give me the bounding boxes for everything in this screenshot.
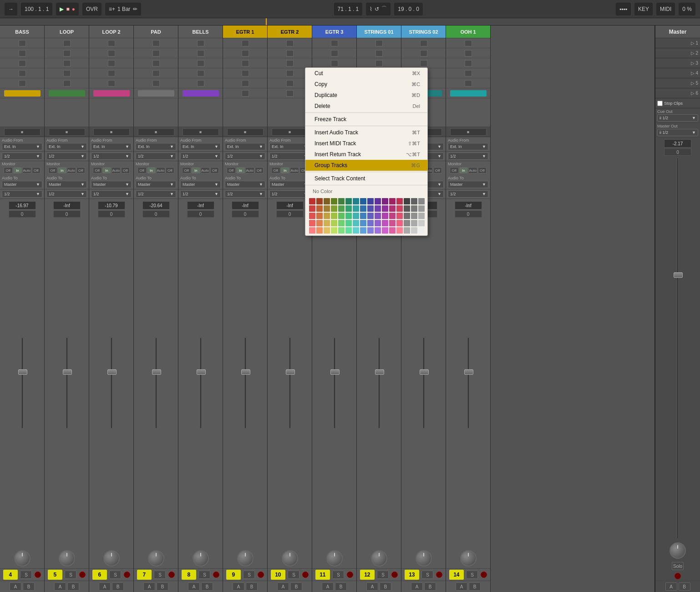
clip-slot-bass-0[interactable] — [0, 38, 44, 48]
clip-slot-strings02-1[interactable] — [401, 48, 446, 58]
routing-to-sub-select-loop[interactable]: 1/2 ▼ — [46, 190, 87, 198]
color-swatch-46[interactable] — [411, 213, 417, 219]
color-swatch-3[interactable] — [331, 198, 337, 204]
color-swatch-15[interactable] — [418, 198, 425, 204]
clip-slot-bells-5[interactable] — [178, 88, 223, 98]
arm-btn-bells[interactable] — [213, 572, 219, 578]
routing-to-sub-select-bass[interactable]: 1/2 ▼ — [2, 190, 42, 198]
color-swatch-51[interactable] — [331, 220, 337, 226]
menu-item-delete[interactable]: Delete Del — [305, 101, 427, 112]
ovr-btn[interactable]: OVR — [82, 3, 101, 15]
color-swatch-39[interactable] — [360, 213, 366, 219]
audio-from-select-bells[interactable]: Ext. In ▼ — [180, 143, 221, 150]
color-swatch-32[interactable] — [309, 213, 315, 219]
color-swatch-43[interactable] — [389, 213, 396, 219]
monitor-off2-btn-strings02[interactable]: Off — [433, 167, 442, 174]
monitor-off-btn-ooh1[interactable]: Off — [450, 167, 459, 174]
channel-header-strings02[interactable]: STRINGS 02 — [401, 26, 446, 38]
master-cue-out-select[interactable]: ii 1/2 ▼ — [657, 114, 698, 122]
pan-knob-bass[interactable] — [14, 550, 30, 566]
clip-slot-loop2-2[interactable] — [89, 58, 133, 68]
color-swatch-71[interactable] — [360, 227, 366, 234]
color-swatch-34[interactable] — [324, 213, 330, 219]
menu-item-insert_midi[interactable]: Insert MIDI Track ⇧⌘T — [305, 138, 427, 149]
routing-to-sub-select-egtr1[interactable]: 1/2 ▼ — [225, 190, 265, 198]
routing-to-sub-select-bells[interactable]: 1/2 ▼ — [180, 190, 221, 198]
clip-slot-egtr1-4[interactable] — [223, 78, 267, 88]
stop-clips-btn-egtr1[interactable]: ■ — [227, 128, 264, 136]
arm-btn-loop2[interactable] — [124, 572, 130, 578]
color-swatch-6[interactable] — [353, 198, 359, 204]
color-swatch-64[interactable] — [309, 227, 315, 234]
a-btn-ooh1[interactable]: A — [456, 582, 467, 591]
monitor-in-btn-egtr1[interactable]: In — [236, 167, 245, 174]
clip-slot-loop-2[interactable] — [45, 58, 89, 68]
fader-handle-pad[interactable] — [152, 369, 161, 375]
pan-knob-loop2[interactable] — [103, 550, 120, 566]
color-swatch-41[interactable] — [375, 213, 381, 219]
color-swatch-58[interactable] — [382, 220, 388, 226]
routing-to-sub-select-loop2[interactable]: 1/2 ▼ — [91, 190, 132, 198]
solo-btn-strings02[interactable]: S — [421, 571, 433, 579]
color-swatch-5[interactable] — [345, 198, 352, 204]
solo-btn-bass[interactable]: S — [20, 571, 32, 579]
b-btn-strings02[interactable]: B — [424, 582, 436, 591]
solo-btn-loop2[interactable]: S — [109, 571, 121, 579]
stop-clips-row-egtr1[interactable]: ■ — [223, 127, 267, 137]
clip-slot-egtr1-3[interactable] — [223, 68, 267, 78]
color-swatch-30[interactable] — [411, 205, 417, 212]
stop-clips-btn-loop2[interactable]: ■ — [93, 128, 130, 136]
monitor-in-btn-ooh1[interactable]: In — [459, 167, 468, 174]
fader-track-egtr3[interactable] — [334, 337, 335, 429]
arm-btn-pad[interactable] — [168, 572, 175, 578]
channel-header-loop2[interactable]: LOOP 2 — [89, 26, 133, 38]
fader-handle-strings02[interactable] — [420, 369, 429, 375]
clip-slot-bass-2[interactable] — [0, 58, 44, 68]
key-btn[interactable]: KEY — [634, 3, 653, 15]
solo-btn-ooh1[interactable]: S — [466, 571, 478, 579]
channel-header-bells[interactable]: BELLS — [178, 26, 223, 38]
monitor-in-btn-pad[interactable]: In — [147, 167, 156, 174]
a-btn-strings01[interactable]: A — [366, 582, 378, 591]
channel-header-loop[interactable]: LOOP — [45, 26, 89, 38]
a-btn-loop2[interactable]: A — [99, 582, 111, 591]
b-btn-egtr2[interactable]: B — [290, 582, 302, 591]
fader-handle-loop[interactable] — [63, 369, 72, 375]
color-swatch-0[interactable] — [309, 198, 315, 204]
b-btn-bass[interactable]: B — [23, 582, 35, 591]
solo-btn-egtr1[interactable]: S — [243, 571, 255, 579]
solo-btn-egtr2[interactable]: S — [288, 571, 299, 579]
audio-from-select-loop[interactable]: Ext. In ▼ — [46, 143, 87, 150]
color-swatch-45[interactable] — [404, 213, 410, 219]
monitor-off2-btn-bass[interactable]: Off — [32, 167, 41, 174]
clip-slot-bells-2[interactable] — [178, 58, 223, 68]
channel-header-ooh1[interactable]: OOH 1 — [446, 26, 490, 38]
clip-slot-bass-5[interactable] — [0, 88, 44, 98]
master-a-button[interactable]: A — [665, 582, 677, 591]
stop-clips-row-bass[interactable]: ■ — [0, 127, 44, 137]
monitor-in-btn-loop[interactable]: In — [58, 167, 67, 174]
channel-header-egtr1[interactable]: EGTR 1 — [223, 26, 267, 38]
color-swatch-36[interactable] — [338, 213, 345, 219]
routing-sub-select-egtr2[interactable]: 1/2 ▼ — [269, 153, 310, 160]
b-btn-egtr3[interactable]: B — [335, 582, 347, 591]
clip-slot-egtr2-0[interactable] — [268, 38, 312, 48]
b-btn-loop2[interactable]: B — [112, 582, 124, 591]
stop-button[interactable]: ■ — [66, 6, 69, 12]
routing-sub-select-pad[interactable]: 1/2 ▼ — [136, 153, 176, 160]
b-btn-loop[interactable]: B — [67, 582, 79, 591]
color-swatch-77[interactable] — [404, 227, 410, 234]
play-button[interactable]: ▶ — [60, 6, 64, 12]
b-btn-pad[interactable]: B — [157, 582, 168, 591]
pan-knob-egtr3[interactable] — [326, 550, 343, 566]
arm-btn-strings01[interactable] — [391, 572, 398, 578]
monitor-off-btn-egtr1[interactable]: Off — [227, 167, 236, 174]
clip-slot-loop-1[interactable] — [45, 48, 89, 58]
clip-slot-pad-3[interactable] — [134, 68, 178, 78]
monitor-off-btn-loop2[interactable]: Off — [93, 167, 102, 174]
arrangement-btn[interactable]: → — [5, 3, 17, 15]
audio-to-select-loop[interactable]: Master ▼ — [46, 181, 87, 188]
monitor-off-btn-loop[interactable]: Off — [48, 167, 57, 174]
clip-slot-ooh1-0[interactable] — [446, 38, 490, 48]
color-swatch-12[interactable] — [396, 198, 403, 204]
